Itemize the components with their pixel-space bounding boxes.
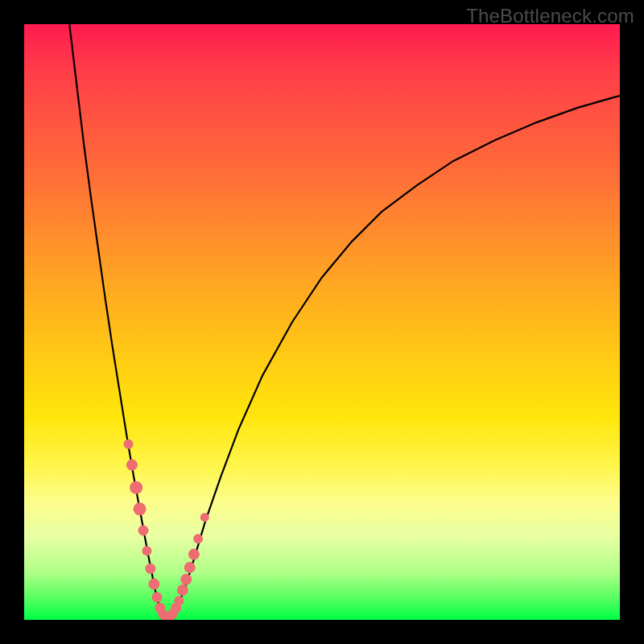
data-point xyxy=(174,596,184,605)
data-point xyxy=(134,502,147,515)
data-point xyxy=(145,564,155,574)
data-point xyxy=(184,562,196,573)
data-point xyxy=(130,481,142,494)
bottleneck-curve xyxy=(69,24,620,619)
data-point xyxy=(193,534,203,543)
chart-svg xyxy=(24,24,620,620)
watermark-text: TheBottleneck.com xyxy=(466,5,634,27)
data-point xyxy=(124,440,134,449)
data-point xyxy=(126,460,138,471)
data-point xyxy=(152,592,163,602)
data-point xyxy=(148,579,159,590)
data-point xyxy=(142,546,151,555)
data-point xyxy=(188,549,200,560)
data-point xyxy=(177,584,188,596)
data-point xyxy=(138,526,149,536)
data-point xyxy=(200,513,209,522)
plot-area xyxy=(24,24,620,620)
chart-frame: TheBottleneck.com xyxy=(0,0,644,644)
data-point xyxy=(180,574,192,585)
data-point-markers xyxy=(124,440,209,620)
